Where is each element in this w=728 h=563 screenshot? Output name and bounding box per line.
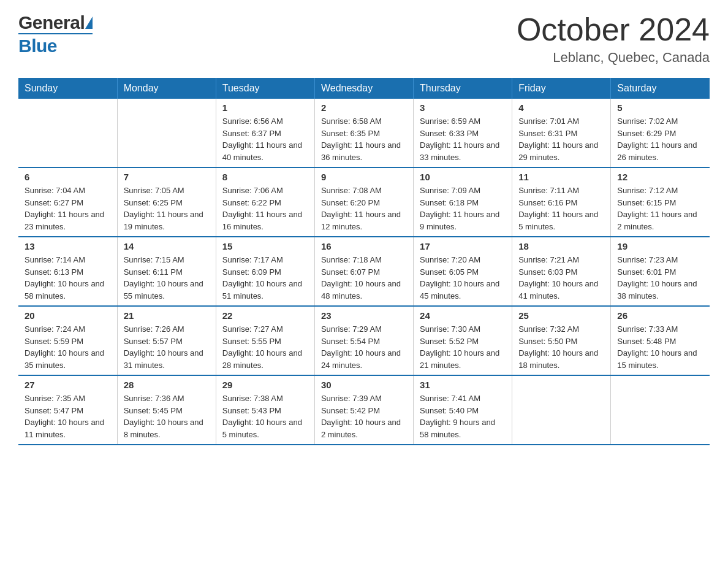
day-number: 25: [518, 310, 604, 321]
day-info: Sunrise: 7:18 AMSunset: 6:07 PMDaylight:…: [321, 254, 407, 302]
month-title: October 2024: [517, 12, 710, 47]
day-number: 9: [321, 172, 407, 182]
day-info: Sunrise: 7:30 AMSunset: 5:52 PMDaylight:…: [420, 323, 506, 371]
calendar-cell: 20Sunrise: 7:24 AMSunset: 5:59 PMDayligh…: [18, 306, 117, 375]
day-info: Sunrise: 7:36 AMSunset: 5:45 PMDaylight:…: [124, 393, 210, 440]
day-number: 31: [420, 380, 506, 390]
logo-area: General Blue: [18, 12, 93, 56]
calendar-cell: 26Sunrise: 7:33 AMSunset: 5:48 PMDayligh…: [611, 306, 710, 375]
day-info: Sunrise: 7:21 AMSunset: 6:03 PMDaylight:…: [518, 254, 604, 302]
calendar-cell: 8Sunrise: 7:06 AMSunset: 6:22 PMDaylight…: [216, 167, 314, 237]
weekday-header-saturday: Saturday: [611, 78, 710, 99]
day-number: 29: [222, 380, 308, 390]
day-number: 12: [617, 172, 703, 182]
weekday-header-wednesday: Wednesday: [314, 78, 413, 99]
day-info: Sunrise: 7:05 AMSunset: 6:25 PMDaylight:…: [124, 185, 210, 232]
day-number: 14: [124, 241, 210, 251]
weekday-header-friday: Friday: [512, 78, 611, 99]
location-title: Leblanc, Quebec, Canada: [517, 50, 710, 66]
logo-blue-text: Blue: [18, 36, 57, 56]
day-number: 17: [420, 241, 506, 251]
day-number: 11: [518, 172, 604, 182]
day-number: 16: [321, 241, 407, 251]
day-info: Sunrise: 7:14 AMSunset: 6:13 PMDaylight:…: [25, 254, 111, 302]
calendar-cell: 11Sunrise: 7:11 AMSunset: 6:16 PMDayligh…: [512, 167, 611, 237]
day-info: Sunrise: 7:06 AMSunset: 6:22 PMDaylight:…: [222, 185, 308, 232]
day-info: Sunrise: 7:32 AMSunset: 5:50 PMDaylight:…: [518, 323, 604, 371]
calendar-cell: [512, 375, 611, 445]
calendar-cell: 23Sunrise: 7:29 AMSunset: 5:54 PMDayligh…: [314, 306, 413, 375]
calendar-cell: [611, 375, 710, 445]
calendar-cell: 29Sunrise: 7:38 AMSunset: 5:43 PMDayligh…: [216, 375, 314, 445]
calendar-cell: 5Sunrise: 7:02 AMSunset: 6:29 PMDaylight…: [611, 99, 710, 167]
logo-general-text: General: [18, 12, 85, 33]
title-area: October 2024 Leblanc, Quebec, Canada: [517, 12, 710, 66]
day-number: 8: [222, 172, 308, 182]
day-number: 15: [222, 241, 308, 251]
day-info: Sunrise: 6:56 AMSunset: 6:37 PMDaylight:…: [222, 115, 308, 163]
calendar-cell: 17Sunrise: 7:20 AMSunset: 6:05 PMDayligh…: [414, 237, 512, 306]
day-number: 22: [222, 310, 308, 321]
day-info: Sunrise: 7:12 AMSunset: 6:15 PMDaylight:…: [617, 185, 703, 232]
day-info: Sunrise: 7:04 AMSunset: 6:27 PMDaylight:…: [25, 185, 111, 232]
day-info: Sunrise: 7:20 AMSunset: 6:05 PMDaylight:…: [420, 254, 506, 302]
calendar-cell: 28Sunrise: 7:36 AMSunset: 5:45 PMDayligh…: [117, 375, 216, 445]
calendar-cell: 27Sunrise: 7:35 AMSunset: 5:47 PMDayligh…: [18, 375, 117, 445]
day-number: 28: [124, 380, 210, 390]
calendar-cell: 24Sunrise: 7:30 AMSunset: 5:52 PMDayligh…: [414, 306, 512, 375]
calendar-cell: [18, 99, 117, 167]
day-info: Sunrise: 7:35 AMSunset: 5:47 PMDaylight:…: [25, 393, 111, 440]
day-number: 7: [124, 172, 210, 182]
weekday-header-thursday: Thursday: [414, 78, 512, 99]
calendar-cell: 9Sunrise: 7:08 AMSunset: 6:20 PMDaylight…: [314, 167, 413, 237]
calendar-cell: 12Sunrise: 7:12 AMSunset: 6:15 PMDayligh…: [611, 167, 710, 237]
calendar-cell: 25Sunrise: 7:32 AMSunset: 5:50 PMDayligh…: [512, 306, 611, 375]
calendar-header-row: SundayMondayTuesdayWednesdayThursdayFrid…: [18, 78, 710, 99]
calendar-cell: 13Sunrise: 7:14 AMSunset: 6:13 PMDayligh…: [18, 237, 117, 306]
page-header: General Blue October 2024 Leblanc, Quebe…: [18, 12, 710, 66]
day-info: Sunrise: 7:11 AMSunset: 6:16 PMDaylight:…: [518, 185, 604, 232]
calendar-cell: 31Sunrise: 7:41 AMSunset: 5:40 PMDayligh…: [414, 375, 512, 445]
day-number: 19: [617, 241, 703, 251]
day-info: Sunrise: 7:39 AMSunset: 5:42 PMDaylight:…: [321, 393, 407, 440]
calendar-cell: 10Sunrise: 7:09 AMSunset: 6:18 PMDayligh…: [414, 167, 512, 237]
day-info: Sunrise: 7:26 AMSunset: 5:57 PMDaylight:…: [124, 323, 210, 371]
day-info: Sunrise: 7:38 AMSunset: 5:43 PMDaylight:…: [222, 393, 308, 440]
day-info: Sunrise: 7:09 AMSunset: 6:18 PMDaylight:…: [420, 185, 506, 232]
calendar-cell: 22Sunrise: 7:27 AMSunset: 5:55 PMDayligh…: [216, 306, 314, 375]
day-info: Sunrise: 7:27 AMSunset: 5:55 PMDaylight:…: [222, 323, 308, 371]
day-info: Sunrise: 7:29 AMSunset: 5:54 PMDaylight:…: [321, 323, 407, 371]
weekday-header-tuesday: Tuesday: [216, 78, 314, 99]
calendar-cell: 19Sunrise: 7:23 AMSunset: 6:01 PMDayligh…: [611, 237, 710, 306]
calendar-cell: 1Sunrise: 6:56 AMSunset: 6:37 PMDaylight…: [216, 99, 314, 167]
day-info: Sunrise: 7:01 AMSunset: 6:31 PMDaylight:…: [518, 115, 604, 163]
calendar-week-row: 27Sunrise: 7:35 AMSunset: 5:47 PMDayligh…: [18, 375, 710, 445]
day-info: Sunrise: 7:17 AMSunset: 6:09 PMDaylight:…: [222, 254, 308, 302]
day-info: Sunrise: 6:58 AMSunset: 6:35 PMDaylight:…: [321, 115, 407, 163]
calendar-week-row: 1Sunrise: 6:56 AMSunset: 6:37 PMDaylight…: [18, 99, 710, 167]
day-info: Sunrise: 7:41 AMSunset: 5:40 PMDaylight:…: [420, 393, 506, 440]
day-number: 13: [25, 241, 111, 251]
day-number: 5: [617, 102, 703, 113]
day-info: Sunrise: 7:23 AMSunset: 6:01 PMDaylight:…: [617, 254, 703, 302]
calendar-cell: 4Sunrise: 7:01 AMSunset: 6:31 PMDaylight…: [512, 99, 611, 167]
day-info: Sunrise: 7:15 AMSunset: 6:11 PMDaylight:…: [124, 254, 210, 302]
day-number: 30: [321, 380, 407, 390]
calendar-week-row: 13Sunrise: 7:14 AMSunset: 6:13 PMDayligh…: [18, 237, 710, 306]
calendar-cell: 14Sunrise: 7:15 AMSunset: 6:11 PMDayligh…: [117, 237, 216, 306]
day-number: 2: [321, 102, 407, 113]
calendar-cell: 30Sunrise: 7:39 AMSunset: 5:42 PMDayligh…: [314, 375, 413, 445]
day-number: 27: [25, 380, 111, 390]
calendar-week-row: 6Sunrise: 7:04 AMSunset: 6:27 PMDaylight…: [18, 167, 710, 237]
calendar-cell: 16Sunrise: 7:18 AMSunset: 6:07 PMDayligh…: [314, 237, 413, 306]
day-number: 10: [420, 172, 506, 182]
calendar-cell: 15Sunrise: 7:17 AMSunset: 6:09 PMDayligh…: [216, 237, 314, 306]
day-info: Sunrise: 7:33 AMSunset: 5:48 PMDaylight:…: [617, 323, 703, 371]
day-number: 3: [420, 102, 506, 113]
calendar-table: SundayMondayTuesdayWednesdayThursdayFrid…: [18, 78, 710, 445]
calendar-cell: 7Sunrise: 7:05 AMSunset: 6:25 PMDaylight…: [117, 167, 216, 237]
day-number: 24: [420, 310, 506, 321]
day-info: Sunrise: 6:59 AMSunset: 6:33 PMDaylight:…: [420, 115, 506, 163]
day-info: Sunrise: 7:08 AMSunset: 6:20 PMDaylight:…: [321, 185, 407, 232]
calendar-cell: 6Sunrise: 7:04 AMSunset: 6:27 PMDaylight…: [18, 167, 117, 237]
